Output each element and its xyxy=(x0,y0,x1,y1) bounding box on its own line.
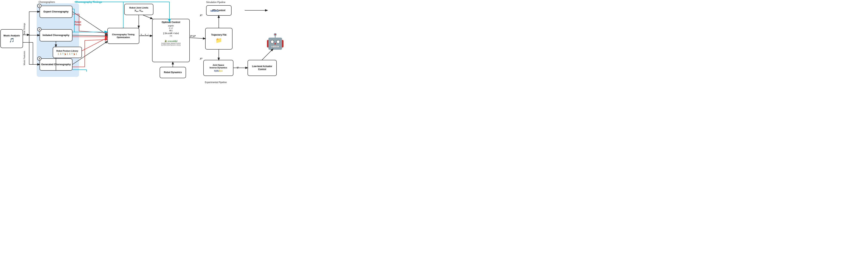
tref-xref-label: ⟨tref, Xref⟩ xyxy=(141,33,148,36)
pd-control-box: PD-Control xyxy=(206,5,231,16)
expert-choreography-label: Expert Choreography xyxy=(43,10,68,13)
robot-joint-limits-box: Robot Joint LimitsXlim, Ulim xyxy=(124,4,153,15)
robot-posture-library-box: Robot Posture Library 🚶🏃🕺💃🚶🏃🕺💃🚶 xyxy=(53,47,82,58)
joint-space-label: Joint SpaceInverse Dynamics xyxy=(210,64,227,69)
robot-dynamics-label: Robot Dynamics xyxy=(164,71,182,74)
posture-library-label: Robot Posture Library xyxy=(56,50,78,52)
arrow-posture-to-timing-red xyxy=(82,38,107,51)
joint-space-inverse-dynamics-box: Joint SpaceInverse Dynamics HyRoDyn xyxy=(203,60,234,76)
red-generated-to-timing xyxy=(85,39,107,40)
robot-icon: 🤖 xyxy=(266,33,285,50)
red-expert-to-timing xyxy=(79,31,107,33)
choreography-timings-label: Choreography Timings xyxy=(75,1,102,3)
generated-choreography-box: 3 Generated Choreography xyxy=(39,58,72,71)
posture-icons: 🚶🏃🕺💃🚶🏃🕺💃🚶 xyxy=(57,53,78,55)
robot-image: 🤖 xyxy=(263,10,287,73)
diagram: Choreographers Choreography Timings Simu… xyxy=(0,0,289,84)
folder-icon: 📁 xyxy=(216,37,222,44)
joint-limits-label: Robot Joint LimitsXlim, Ulim xyxy=(129,6,148,12)
imitated-choreography-box: 2 Imitated Choreography xyxy=(39,29,72,41)
expert-choreography-box: 1 Expert Choreography xyxy=(39,6,72,18)
choreographers-label: Choreographers xyxy=(39,1,55,3)
hyrodyn-logo: HyRoDyn xyxy=(214,70,222,72)
optimal-control-formula: argmin X*, U* N-1 ∑ l(xₜ,uₜ)dt + lₙ(xₙ) … xyxy=(163,25,179,37)
beat-timings-label: Beat Timings xyxy=(23,23,25,35)
arrow-optimal-to-trajectory xyxy=(190,38,205,38)
experimental-pipeline-label: Experimental Pipeline xyxy=(205,81,227,84)
xu-star-label: X*,U* xyxy=(190,35,195,37)
choreography-timing-opt-box: Choreography Timing Optimization xyxy=(107,28,139,44)
robot-poses-label: RobotPoses xyxy=(74,21,81,26)
generated-number: 3 xyxy=(37,57,41,61)
simulation-pipeline-label: Simulation Pipeline xyxy=(206,1,225,4)
trajectory-file-label: Trajectory File xyxy=(211,33,226,36)
u-label: U xyxy=(237,66,239,69)
imitated-number: 2 xyxy=(37,27,41,31)
mujoco-label: MuJoCo xyxy=(211,10,219,12)
optimal-control-title: Optimal Control xyxy=(162,21,180,24)
xstar-label-2: X* xyxy=(200,57,203,60)
expert-number: 1 xyxy=(37,4,41,8)
timing-opt-label: Choreography Timing Optimization xyxy=(108,33,138,39)
crocodyl-logo: 🐊 crocoddyl Contact Robot Optimal Contro… xyxy=(161,38,181,46)
arrow-joint-to-optimal xyxy=(143,15,153,19)
xstar-label-1: X* xyxy=(200,14,203,17)
music-analysis-box: Music Analysis 🎵 xyxy=(0,29,23,48)
robot-dynamics-box: Robot Dynamics xyxy=(160,67,186,78)
music-analysis-label: Music Analysis xyxy=(4,34,20,37)
optimal-control-box: Optimal Control argmin X*, U* N-1 ∑ l(xₜ… xyxy=(152,19,190,62)
generated-choreography-label: Generated Choreography xyxy=(41,63,71,66)
music-icon: 🎵 xyxy=(9,38,14,43)
music-features-label: Music Features xyxy=(23,51,25,65)
imitated-choreography-label: Imitated Choreography xyxy=(42,34,69,37)
trajectory-file-box: Trajectory File 📁 xyxy=(205,28,232,50)
